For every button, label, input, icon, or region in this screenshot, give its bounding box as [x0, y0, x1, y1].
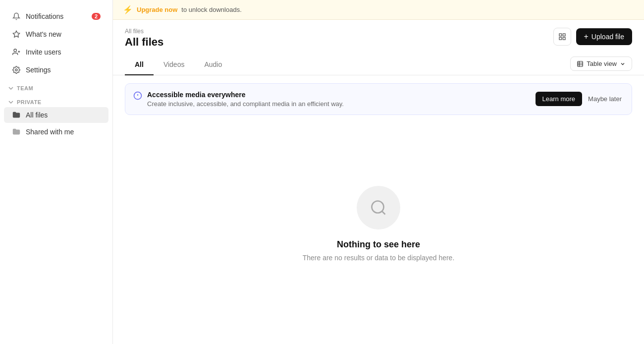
empty-state-title: Nothing to see here	[337, 239, 420, 250]
info-banner-description: Create inclusive, accessible, and compli…	[147, 100, 344, 108]
svg-rect-8	[563, 37, 565, 40]
all-files-label: All files	[26, 111, 48, 119]
empty-state-icon-circle	[357, 186, 400, 229]
maybe-later-button[interactable]: Maybe later	[586, 92, 624, 106]
team-section-header[interactable]: TEAM	[8, 85, 105, 91]
view-toggle-button[interactable]: Table view	[570, 57, 632, 71]
svg-rect-6	[563, 34, 565, 36]
svg-line-17	[382, 211, 385, 214]
sidebar-whats-new-label: What's new	[26, 30, 61, 38]
upgrade-banner-message: to unlock downloads.	[181, 6, 241, 13]
main-content: ⚡ Upgrade now to unlock downloads. All f…	[113, 0, 644, 344]
upload-file-label: Upload file	[591, 33, 624, 41]
info-icon	[133, 91, 142, 103]
upload-plus-icon: +	[584, 32, 589, 41]
tab-videos[interactable]: Videos	[154, 57, 195, 75]
breadcrumb-title-group: All files All files	[125, 28, 163, 49]
sidebar-item-whats-new[interactable]: What's new	[4, 26, 108, 43]
table-icon	[577, 60, 584, 67]
sidebar-item-settings[interactable]: Settings	[4, 61, 108, 78]
shared-with-me-label: Shared with me	[26, 128, 74, 136]
header-actions: + Upload file	[553, 28, 633, 46]
sparkle-icon	[12, 30, 21, 39]
info-banner-content: Accessible media everywhere Create inclu…	[133, 91, 344, 108]
grid-view-button[interactable]	[553, 28, 571, 46]
content-header: All files All files + Upload file	[113, 20, 644, 49]
sidebar-notifications-label: Notifications	[26, 12, 63, 20]
learn-more-button[interactable]: Learn more	[536, 92, 582, 106]
svg-rect-9	[578, 61, 583, 66]
view-toggle-label: Table view	[587, 60, 617, 67]
upgrade-banner: ⚡ Upgrade now to unlock downloads.	[113, 0, 644, 20]
info-banner: Accessible media everywhere Create inclu…	[125, 83, 632, 115]
tab-all[interactable]: All	[125, 57, 154, 75]
sidebar-settings-label: Settings	[26, 66, 51, 74]
svg-point-16	[372, 201, 384, 213]
info-banner-actions: Learn more Maybe later	[536, 92, 624, 106]
svg-point-1	[14, 49, 16, 52]
chevron-down-icon	[620, 61, 626, 67]
sidebar-item-all-files[interactable]: All files	[4, 107, 108, 123]
sidebar-bottom-fade	[0, 306, 112, 336]
breadcrumb: All files	[125, 28, 163, 35]
sidebar: Notifications 2 What's new Invite users	[0, 0, 113, 344]
empty-state-description: There are no results or data to be displ…	[303, 254, 455, 262]
sidebar-item-invite-users[interactable]: Invite users	[4, 44, 108, 60]
empty-state: Nothing to see here There are no results…	[113, 123, 644, 344]
info-banner-text: Accessible media everywhere Create inclu…	[147, 91, 344, 108]
lightning-icon: ⚡	[123, 5, 133, 14]
upgrade-now-link[interactable]: Upgrade now	[137, 6, 177, 13]
sidebar-item-shared-with-me[interactable]: Shared with me	[4, 124, 108, 140]
sidebar-section-private: PRIVATE	[4, 99, 108, 105]
info-banner-title: Accessible media everywhere	[147, 91, 344, 99]
sidebar-item-notifications[interactable]: Notifications 2	[4, 8, 108, 25]
page-title: All files	[125, 36, 163, 49]
search-icon	[370, 199, 387, 217]
svg-point-4	[15, 69, 17, 71]
svg-rect-7	[559, 37, 562, 40]
tab-audio[interactable]: Audio	[194, 57, 232, 75]
sidebar-section-team: TEAM	[4, 85, 108, 91]
svg-marker-0	[13, 31, 19, 37]
upload-file-button[interactable]: + Upload file	[576, 28, 633, 45]
sidebar-invite-label: Invite users	[26, 48, 61, 56]
tabs-bar: All Videos Audio Table view	[113, 51, 644, 75]
team-section-label: TEAM	[17, 85, 33, 91]
notifications-badge: 2	[92, 13, 101, 20]
tabs-group: All Videos Audio	[125, 57, 232, 75]
private-section-label: PRIVATE	[17, 99, 42, 105]
person-add-icon	[12, 48, 21, 57]
svg-rect-5	[559, 34, 562, 36]
bell-icon	[12, 12, 21, 21]
gear-icon	[12, 65, 21, 74]
private-section-header[interactable]: PRIVATE	[8, 99, 105, 105]
